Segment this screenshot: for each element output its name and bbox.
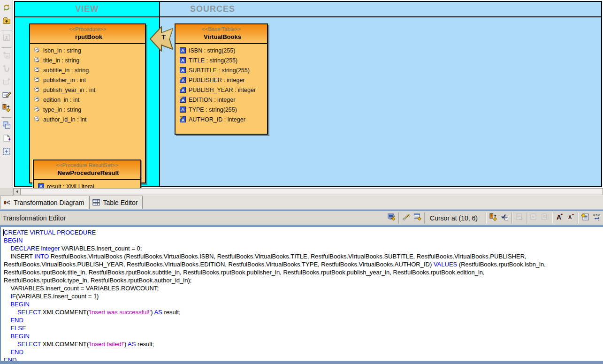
code-line[interactable]: ELSE	[4, 324, 603, 332]
tab-table-editor[interactable]: Table Editor	[89, 196, 143, 209]
editor-settings-icon	[388, 213, 396, 223]
procedure-box-header[interactable]: <<Procedure>> rputBook	[30, 24, 145, 44]
reconcile-icon	[489, 213, 497, 223]
string-type-icon: A	[180, 106, 186, 113]
validate-save-icon	[501, 213, 509, 223]
preview-run-button	[1, 34, 12, 44]
folder-up-button[interactable]	[1, 16, 12, 27]
edit-diagram-icon	[2, 91, 11, 101]
table-row[interactable]: A4EDITION : integer	[176, 95, 267, 105]
in-parameter-icon	[34, 97, 40, 103]
table-row[interactable]: type_in : string	[30, 105, 145, 114]
table-row[interactable]: A4PUBLISH_YEAR : integer	[176, 85, 267, 95]
attribute-label: PUBLISHER : integer	[189, 77, 245, 83]
reconcile-button[interactable]	[1, 104, 12, 114]
refresh-button[interactable]	[1, 3, 12, 14]
edit-diagram-button[interactable]	[1, 91, 12, 101]
svg-text:S: S	[543, 214, 546, 219]
transformation-diagram-icon	[3, 199, 11, 206]
toolbar-separator	[486, 212, 486, 224]
preview-window-button[interactable]	[412, 212, 423, 224]
table-row[interactable]: AISBN : string(255)	[176, 46, 267, 55]
code-line[interactable]: INSERT INTO RestfulBooks.VirtualBooks (R…	[4, 252, 603, 260]
string-functions-icon: S	[541, 213, 549, 223]
new-document-button[interactable]	[1, 134, 12, 144]
table-row[interactable]: ATITLE : string(255)	[176, 55, 267, 65]
horizontal-scrollbar[interactable]	[13, 188, 603, 195]
transformation-editor-window: VIEW SOURCES <<Procedure>> rputBook isbn…	[0, 0, 603, 364]
code-line[interactable]: SELECT XMLCOMMENT('Insert was successful…	[4, 308, 603, 316]
editor-bottom-bar	[0, 361, 603, 364]
code-line[interactable]: IF(VARIABLES.insert_count = 1)	[4, 292, 603, 300]
code-line[interactable]: RestfulBooks.VirtualBooks.PUBLISH_YEAR, …	[4, 260, 603, 268]
code-line[interactable]: BEGIN	[4, 300, 603, 308]
in-parameter-icon	[34, 47, 40, 53]
svg-text:A: A	[568, 215, 572, 220]
launch-editor-button[interactable]	[400, 212, 412, 224]
base-table-box-header[interactable]: <<Base Table>> VirtualBooks	[176, 24, 267, 44]
code-line[interactable]: SELECT XMLCOMMENT('Insert failed!') AS r…	[4, 340, 603, 348]
preview-run-icon	[2, 34, 11, 44]
copy-diagram-button[interactable]	[1, 121, 12, 131]
code-line[interactable]: BEGIN	[4, 332, 603, 340]
code-line[interactable]: END	[4, 348, 603, 356]
new-sibling-icon	[2, 51, 11, 61]
font-increase-button[interactable]: A	[554, 212, 565, 224]
new-child-icon	[2, 77, 11, 88]
procedure-box-rputBook[interactable]: <<Procedure>> rputBook isbn_in : stringt…	[29, 23, 146, 183]
attribute-label: title_in : string	[43, 57, 79, 64]
table-row[interactable]: edition_in : int	[30, 95, 145, 105]
code-line[interactable]: CREATE VIRTUAL PROCEDURE	[4, 228, 603, 236]
validate-save-button[interactable]	[499, 212, 510, 224]
table-row[interactable]: publisher_in : int	[30, 75, 145, 85]
in-parameter-icon	[34, 67, 40, 73]
view-panel-header: VIEW	[15, 2, 159, 17]
table-row[interactable]: A4AUTHOR_ID : integer	[176, 114, 267, 124]
table-row[interactable]: title_in : string	[30, 55, 145, 65]
in-parameter-icon	[34, 106, 40, 113]
transformation-editor-header: Transformation Editor Cursor at (10, 6)f…	[0, 211, 603, 225]
base-table-box-VirtualBooks[interactable]: <<Base Table>> VirtualBooks AISBN : stri…	[175, 23, 268, 135]
string-type-icon: A	[180, 67, 186, 73]
word-wrap-button[interactable]: a.b.cc	[591, 212, 602, 224]
scroll-left-button[interactable]	[14, 189, 21, 195]
grid-selection-button[interactable]	[1, 147, 12, 158]
font-increase-icon: A	[556, 213, 564, 223]
table-editor-icon	[92, 199, 100, 206]
table-row[interactable]: ASUBTITLE : string(255)	[176, 65, 267, 75]
criteria-builder-button	[513, 212, 525, 224]
table-row[interactable]: ATYPE : string(255)	[176, 105, 267, 114]
svg-text:A: A	[181, 48, 184, 53]
code-line[interactable]: END	[4, 316, 603, 324]
code-line[interactable]: DECLARE integer VARIABLES.insert_count =…	[4, 244, 603, 252]
tab-transformation-diagram[interactable]: Transformation Diagram	[0, 196, 89, 209]
code-line[interactable]: VARIABLES.insert_count = VARIABLES.ROWCO…	[4, 284, 603, 292]
code-line[interactable]: RestfulBooks.rputBook.title_in, RestfulB…	[4, 268, 603, 276]
editor-settings-button[interactable]	[386, 212, 397, 224]
tab-label: Transformation Diagram	[14, 199, 84, 206]
view-panel-title: VIEW	[15, 4, 159, 14]
attribute-label: ISBN : string(255)	[189, 47, 235, 54]
transformation-arrow[interactable]: T	[149, 24, 174, 54]
table-row[interactable]: isbn_in : string	[30, 46, 145, 55]
table-row[interactable]: A4PUBLISHER : integer	[176, 75, 267, 85]
code-line[interactable]: BEGIN	[4, 236, 603, 244]
sql-code[interactable]: CREATE VIRTUAL PROCEDUREBEGIN DECLARE in…	[1, 227, 603, 361]
launch-editor-icon	[402, 213, 410, 223]
sql-editor[interactable]: CREATE VIRTUAL PROCEDUREBEGIN DECLARE in…	[0, 227, 603, 361]
in-parameter-icon	[34, 77, 40, 83]
refresh-icon	[2, 3, 11, 14]
attribute-label: subtitle_in : string	[43, 67, 89, 74]
procedure-stereotype: <<Procedure>>	[31, 26, 144, 33]
attribute-label: isbn_in : string	[43, 47, 81, 54]
optimize-sql-button[interactable]	[580, 212, 591, 224]
code-line[interactable]: RestfulBooks.rputBook.type_in, RestfulBo…	[4, 276, 603, 284]
table-row[interactable]: publish_year_in : int	[30, 85, 145, 95]
diagram-canvas[interactable]: VIEW SOURCES <<Procedure>> rputBook isbn…	[13, 0, 603, 188]
table-row[interactable]: subtitle_in : string	[30, 65, 145, 75]
attribute-label: author_id_in : int	[43, 116, 86, 123]
table-row[interactable]: author_id_in : int	[30, 114, 145, 124]
font-decrease-button[interactable]: A	[565, 212, 576, 224]
reconcile-button[interactable]	[488, 212, 499, 224]
code-line[interactable]: END	[4, 356, 603, 361]
